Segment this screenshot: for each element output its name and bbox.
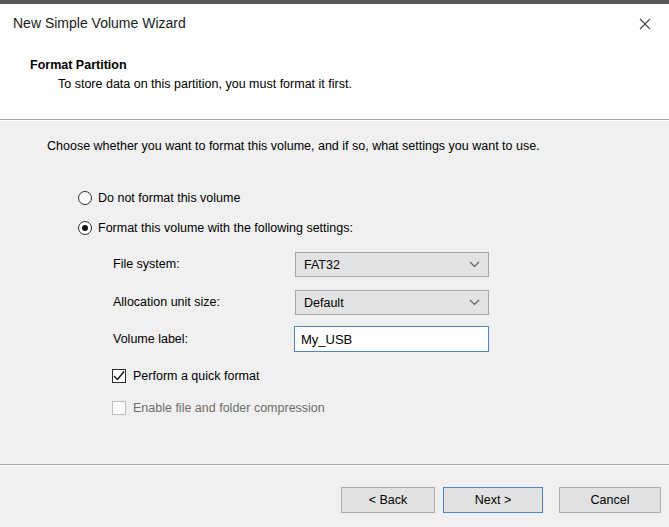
chevron-down-icon xyxy=(469,299,480,306)
checkmark-icon xyxy=(113,371,125,381)
page-title: Format Partition xyxy=(30,58,127,72)
radio-label: Format this volume with the following se… xyxy=(98,221,353,235)
checkbox-compression: Enable file and folder compression xyxy=(112,400,325,416)
allocation-unit-size-label: Allocation unit size: xyxy=(113,295,220,309)
radio-label: Do not format this volume xyxy=(98,191,240,205)
page-subtitle: To store data on this partition, you mus… xyxy=(58,77,352,91)
checkbox-label: Enable file and folder compression xyxy=(133,401,325,415)
file-system-label: File system: xyxy=(113,257,180,271)
wizard-dialog: New Simple Volume Wizard Format Partitio… xyxy=(0,0,669,527)
volume-label-input[interactable] xyxy=(294,326,489,352)
dialog-header: New Simple Volume Wizard Format Partitio… xyxy=(0,4,669,119)
file-system-value: FAT32 xyxy=(304,258,469,272)
close-button[interactable] xyxy=(629,10,661,38)
volume-label-label: Volume label: xyxy=(113,332,188,346)
header-divider xyxy=(0,119,669,121)
radio-do-not-format[interactable]: Do not format this volume xyxy=(78,190,240,206)
checkbox-unchecked-icon xyxy=(112,401,126,415)
close-icon xyxy=(639,18,651,30)
file-system-dropdown[interactable]: FAT32 xyxy=(295,252,489,277)
window-title: New Simple Volume Wizard xyxy=(13,15,186,31)
allocation-unit-size-value: Default xyxy=(304,296,469,310)
checkbox-label: Perform a quick format xyxy=(133,369,259,383)
checkbox-checked-icon[interactable] xyxy=(112,369,126,383)
radio-button-icon[interactable] xyxy=(78,191,92,205)
next-button[interactable]: Next > xyxy=(443,487,543,513)
allocation-unit-size-dropdown[interactable]: Default xyxy=(295,290,489,315)
radio-button-selected-icon[interactable] xyxy=(78,221,92,235)
footer-divider xyxy=(0,464,669,466)
cancel-button[interactable]: Cancel xyxy=(559,487,661,513)
chevron-down-icon xyxy=(469,261,480,268)
back-button[interactable]: < Back xyxy=(341,487,435,513)
checkbox-quick-format[interactable]: Perform a quick format xyxy=(112,368,259,384)
radio-format-volume[interactable]: Format this volume with the following se… xyxy=(78,220,353,236)
instruction-text: Choose whether you want to format this v… xyxy=(47,139,540,153)
